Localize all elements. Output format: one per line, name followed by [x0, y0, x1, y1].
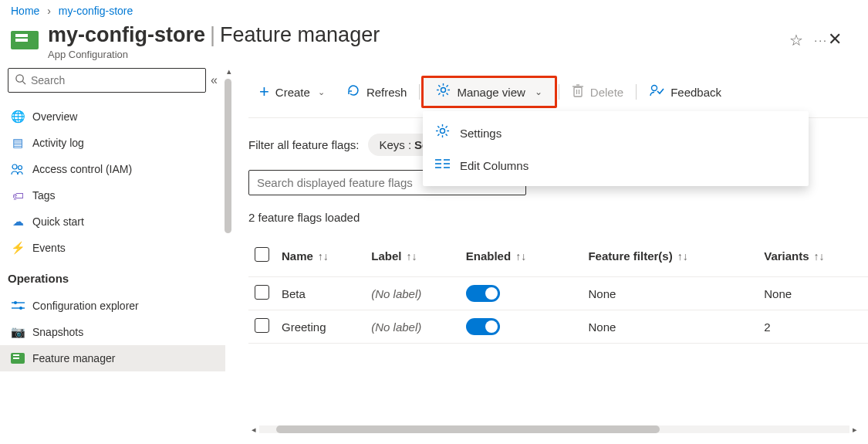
- sort-icon: ↑↓: [515, 250, 526, 263]
- svg-rect-17: [574, 87, 582, 97]
- sidebar-nav-operations: Configuration explorer 📷Snapshots Featur…: [0, 293, 225, 371]
- svg-point-2: [12, 164, 17, 169]
- camera-icon: 📷: [11, 325, 25, 339]
- sidebar: « ▴ 🌐Overview ▤Activity log Access contr…: [0, 68, 231, 435]
- svg-point-8: [441, 87, 446, 92]
- enabled-toggle[interactable]: [466, 318, 500, 335]
- svg-point-5: [14, 301, 17, 304]
- sort-icon: ↑↓: [814, 250, 825, 263]
- chevron-down-icon: ⌄: [535, 86, 542, 97]
- svg-line-14: [447, 93, 448, 95]
- columns-icon: [435, 158, 451, 174]
- svg-point-7: [19, 307, 22, 310]
- sidebar-search[interactable]: [8, 68, 206, 93]
- scroll-right-arrow-icon[interactable]: ▸: [849, 425, 860, 435]
- table-row[interactable]: Greeting (No label) None 2: [248, 310, 868, 344]
- sidebar-item-activity-log[interactable]: ▤Activity log: [0, 130, 225, 156]
- column-header-variants[interactable]: Variants↑↓: [758, 239, 868, 277]
- breadcrumb-home[interactable]: Home: [11, 5, 39, 17]
- svg-point-3: [19, 166, 22, 170]
- svg-line-1: [22, 81, 25, 84]
- dropdown-item-settings[interactable]: Settings: [423, 116, 809, 150]
- scroll-left-arrow-icon[interactable]: ◂: [248, 425, 259, 435]
- chevron-right-icon: ›: [47, 5, 51, 17]
- enabled-toggle[interactable]: [466, 285, 500, 302]
- feature-icon: [11, 351, 25, 365]
- feedback-icon: [649, 83, 664, 101]
- select-all-checkbox[interactable]: [255, 247, 269, 262]
- globe-icon: 🌐: [11, 110, 25, 124]
- page-header: my-config-store|Feature manager App Conf…: [0, 17, 868, 68]
- plus-icon: +: [259, 82, 269, 102]
- sidebar-item-configuration-explorer[interactable]: Configuration explorer: [0, 293, 225, 319]
- svg-line-30: [437, 134, 439, 136]
- toolbar-separator: [636, 84, 637, 100]
- sidebar-item-tags[interactable]: 🏷Tags: [0, 182, 225, 208]
- sort-icon: ↑↓: [406, 250, 417, 263]
- collapse-sidebar-icon[interactable]: «: [211, 73, 218, 87]
- breadcrumb: Home › my-config-store: [0, 0, 868, 17]
- column-header-name[interactable]: Name↑↓: [275, 239, 365, 277]
- manage-view-button[interactable]: Manage view ⌄: [421, 76, 556, 108]
- refresh-button[interactable]: Refresh: [336, 79, 418, 106]
- result-count: 2 feature flags loaded: [248, 211, 868, 224]
- sidebar-item-events[interactable]: ⚡Events: [0, 235, 225, 261]
- sort-icon: ↑↓: [677, 250, 688, 263]
- sidebar-item-quick-start[interactable]: ☁Quick start: [0, 208, 225, 235]
- svg-line-31: [446, 126, 448, 127]
- feedback-button[interactable]: Feedback: [638, 79, 732, 106]
- toolbar-separator: [559, 84, 559, 100]
- dropdown-item-edit-columns[interactable]: Edit Columns: [423, 150, 809, 181]
- cell-label: (No label): [365, 277, 460, 310]
- cell-variants: 2: [758, 310, 868, 344]
- sidebar-item-snapshots[interactable]: 📷Snapshots: [0, 319, 225, 345]
- resource-icon: [11, 31, 39, 49]
- content-pane: + Create ⌄ Refresh Manage view ⌄: [231, 68, 868, 435]
- close-icon[interactable]: ✕: [828, 29, 842, 49]
- create-button[interactable]: + Create ⌄: [248, 77, 336, 107]
- breadcrumb-store[interactable]: my-config-store: [59, 5, 133, 17]
- sliders-icon: [11, 299, 25, 313]
- favorite-star-icon[interactable]: ☆: [789, 31, 803, 49]
- column-header-filters[interactable]: Feature filter(s)↑↓: [569, 239, 758, 277]
- scrollbar-thumb[interactable]: [276, 425, 660, 433]
- sidebar-item-feature-manager[interactable]: Feature manager: [0, 345, 225, 371]
- row-checkbox[interactable]: [255, 318, 269, 333]
- page-title: my-config-store|Feature manager: [48, 23, 789, 47]
- chevron-down-icon: ⌄: [318, 87, 325, 97]
- table-row[interactable]: Beta (No label) None None: [248, 277, 868, 310]
- row-checkbox[interactable]: [255, 285, 269, 300]
- column-header-label[interactable]: Label↑↓: [365, 239, 460, 277]
- cell-variants: None: [758, 277, 868, 310]
- service-subtitle: App Configuration: [48, 49, 789, 60]
- search-icon: [15, 73, 26, 87]
- sidebar-item-access-control[interactable]: Access control (IAM): [0, 156, 225, 182]
- sidebar-nav-top: 🌐Overview ▤Activity log Access control (…: [0, 103, 225, 261]
- cell-label: (No label): [365, 310, 460, 344]
- horizontal-scrollbar[interactable]: ◂ ▸: [248, 425, 860, 433]
- cell-filters: None: [569, 310, 758, 344]
- column-header-enabled[interactable]: Enabled↑↓: [460, 239, 570, 277]
- toolbar-separator: [419, 84, 420, 100]
- svg-point-23: [440, 128, 444, 133]
- more-icon[interactable]: ···: [814, 34, 828, 46]
- delete-button: Delete: [561, 79, 634, 106]
- bolt-icon: ⚡: [11, 241, 25, 255]
- svg-line-28: [437, 126, 439, 127]
- sidebar-scrollbar[interactable]: [225, 79, 231, 233]
- svg-point-0: [16, 75, 23, 82]
- trash-icon: [572, 83, 584, 101]
- manage-view-dropdown: Settings Edit Columns: [423, 111, 809, 186]
- log-icon: ▤: [11, 136, 25, 150]
- sidebar-item-overview[interactable]: 🌐Overview: [0, 103, 225, 130]
- svg-line-13: [439, 85, 441, 86]
- feature-flags-table: Name↑↓ Label↑↓ Enabled↑↓ Feature filter(…: [248, 239, 868, 344]
- cloud-icon: ☁: [11, 215, 25, 229]
- people-icon: [11, 162, 25, 176]
- svg-line-15: [439, 93, 441, 95]
- svg-point-22: [652, 85, 657, 90]
- sidebar-section-operations: Operations: [0, 261, 225, 288]
- svg-line-16: [447, 85, 448, 86]
- cell-filters: None: [569, 277, 758, 310]
- sidebar-search-input[interactable]: [31, 74, 199, 86]
